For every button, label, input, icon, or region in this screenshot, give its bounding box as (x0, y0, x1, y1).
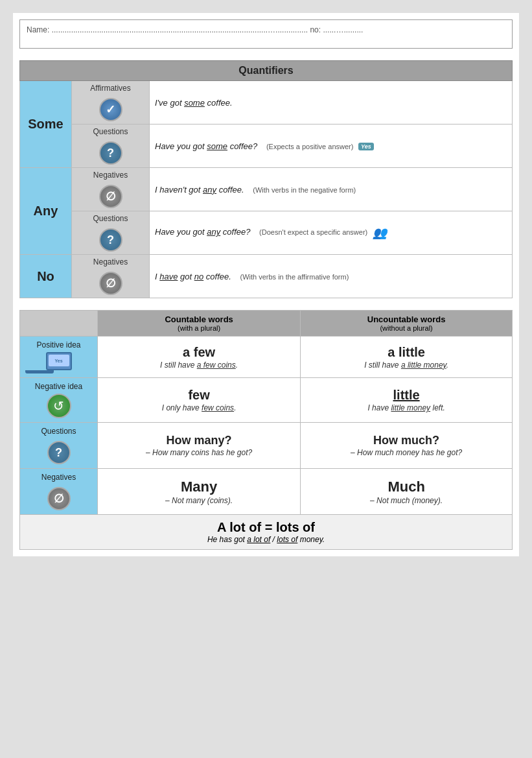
countable-header-label: Countable words (165, 314, 233, 324)
negatives-label-1: Negatives (77, 171, 144, 180)
neg-icon-2: ∅ (99, 272, 122, 295)
some-questions-note: (Expects a positive answer) (266, 143, 354, 150)
how-much-word: How much? (307, 434, 505, 447)
lot-of-example: He has got a lot of / lots of money. (25, 535, 507, 544)
second-table-header: Countable words (with a plural) Uncounta… (20, 311, 513, 337)
have-underline: have (159, 272, 178, 281)
question-icon-3: ? (47, 441, 71, 464)
questions-label-cell: Questions ? (20, 423, 98, 469)
a-few-cell: a few I still have a few coins. (98, 337, 301, 378)
any-negatives-example: I haven't got any coffee. (With verbs in… (150, 168, 513, 211)
negatives-row-icon: ∅ (25, 484, 92, 510)
uncountable-header-sub: (without a plural) (305, 324, 508, 332)
positive-idea-text: Positive idea (25, 340, 92, 349)
countable-header: Countable words (with a plural) (98, 311, 301, 337)
any-questions-type: Questions ? (72, 211, 150, 255)
countable-header-sub: (with a plural) (102, 324, 296, 332)
quantifiers-title: Quantifiers (20, 61, 513, 81)
questions-label-1: Questions (77, 127, 144, 136)
name-label: Name: ..................................… (27, 25, 363, 34)
no-negatives-example: I have got no coffee. (With verbs in the… (150, 255, 513, 298)
many-word: Many (104, 479, 294, 495)
laptop-icon: Yes (46, 352, 72, 370)
any-questions-example: Have you got any coffee? (Doesn't expect… (150, 211, 513, 255)
negative-idea-row: Negative idea ↺ few I only have few coin… (20, 378, 513, 423)
how-many-example: – How many coins has he got? (146, 448, 252, 457)
any-underline-2: any (207, 227, 220, 237)
questions-label-2: Questions (77, 214, 144, 223)
questions-row-icon: ? (25, 438, 92, 464)
yes-badge: Yes (358, 143, 374, 150)
any-negatives-note: (With verbs in the negative form) (253, 186, 356, 194)
a-few-word: a few (104, 345, 294, 360)
second-table: Countable words (with a plural) Uncounta… (19, 310, 513, 550)
how-many-word: How many? (104, 434, 294, 447)
laptop-base (25, 370, 54, 373)
some-underline-2: some (207, 141, 227, 151)
question-icon-2: ? (99, 228, 122, 252)
few-word: few (104, 388, 294, 403)
little-word: little (307, 388, 505, 403)
much-example: – Not much (money). (370, 496, 443, 505)
some-label: Some (20, 81, 72, 168)
some-affirmatives-example: I've got some coffee. (150, 81, 513, 124)
no-negatives-row: No Negatives ∅ I have got no coffee. (Wi… (20, 255, 513, 298)
negatives-label-cell: Negatives ∅ (20, 469, 98, 515)
negatives-row: Negatives ∅ Many – Not many (coins). Muc… (20, 469, 513, 515)
laptop-screen: Yes (49, 355, 69, 366)
positive-idea-icon: Yes (25, 352, 92, 373)
uncountable-header-label: Uncountable words (367, 314, 446, 324)
no-negatives-type: Negatives ∅ (72, 255, 150, 298)
any-negatives-row: Any Negatives ∅ I haven't got any coffee… (20, 168, 513, 211)
no-label: No (20, 255, 72, 298)
questions-row-text: Questions (25, 427, 92, 436)
no-underline: no (194, 272, 203, 281)
some-questions-example: Have you got some coffee? (Expects a pos… (150, 124, 513, 168)
negative-idea-label-cell: Negative idea ↺ (20, 378, 98, 423)
question-icon-1: ? (99, 141, 122, 165)
people-icons: 👥 (373, 226, 387, 239)
any-negatives-type: Negatives ∅ (72, 168, 150, 211)
negatives-label-2: Negatives (77, 257, 144, 266)
a-little-word: a little (307, 345, 505, 360)
questions-row: Questions ? How many? – How many coins h… (20, 423, 513, 469)
how-much-example: – How much money has he got? (351, 448, 462, 457)
quantifiers-title-row: Quantifiers (20, 61, 513, 81)
check-icon: ✓ (99, 98, 122, 121)
any-underline-1: any (203, 185, 216, 195)
no-negatives-note: (With verbs in the affirmative form) (240, 273, 349, 281)
neg-icon-3: ∅ (47, 487, 71, 510)
affirmatives-type: Affirmatives ✓ (72, 81, 150, 124)
many-cell: Many – Not many (coins). (98, 469, 301, 515)
a-little-example: I still have a little money. (364, 361, 448, 370)
page: Name: ..................................… (13, 13, 519, 556)
negative-idea-text: Negative idea (25, 382, 92, 391)
any-questions-note: (Doesn't expect a specific answer) (259, 228, 367, 236)
little-example: I have little money left. (367, 403, 445, 412)
negatives-row-text: Negatives (25, 473, 92, 482)
some-questions-type: Questions ? (72, 124, 150, 168)
little-cell: little I have little money left. (301, 378, 513, 423)
affirmatives-label: Affirmatives (77, 84, 144, 93)
much-cell: Much – Not much (money). (301, 469, 513, 515)
a-few-example: I still have a few coins. (160, 361, 238, 370)
how-many-cell: How many? – How many coins has he got? (98, 423, 301, 469)
some-underline: some (184, 98, 205, 108)
recycle-icon: ↺ (47, 394, 71, 418)
neg-icon-1: ∅ (99, 185, 122, 208)
lot-of-cell: A lot of = lots of He has got a lot of /… (20, 515, 513, 550)
some-affirmatives-row: Some Affirmatives ✓ I've got some coffee… (20, 81, 513, 124)
some-questions-row: Questions ? Have you got some coffee? (E… (20, 124, 513, 168)
how-much-cell: How much? – How much money has he got? (301, 423, 513, 469)
negative-idea-icon: ↺ (25, 394, 92, 418)
header-empty (20, 311, 98, 337)
uncountable-header: Uncountable words (without a plural) (301, 311, 513, 337)
any-label: Any (20, 168, 72, 255)
any-questions-row: Questions ? Have you got any coffee? (Do… (20, 211, 513, 255)
name-box: Name: ..................................… (19, 19, 513, 49)
few-cell: few I only have few coins. (98, 378, 301, 423)
positive-idea-label-cell: Positive idea Yes (20, 337, 98, 378)
many-example: – Not many (coins). (165, 496, 233, 505)
lot-of-word: A lot of = lots of (25, 520, 507, 535)
few-example: I only have few coins. (162, 403, 237, 412)
